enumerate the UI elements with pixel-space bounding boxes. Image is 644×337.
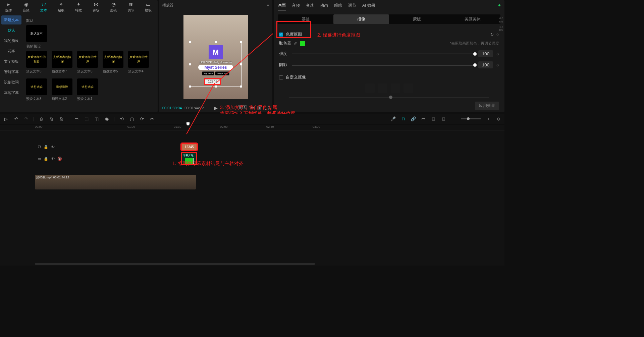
preset-item-0[interactable]: 真爱远离给的相爱预设文本8: [26, 51, 47, 74]
trim-tool[interactable]: ▭: [74, 116, 79, 121]
time-ruler[interactable]: 00:00 01:00 01:30 02:00 02:30 03:00: [0, 124, 504, 130]
tab-sticker[interactable]: ✧贴纸: [52, 1, 70, 13]
record-tool[interactable]: ◉: [104, 116, 109, 121]
keyframe-shadow[interactable]: ◇: [496, 63, 499, 67]
matte-opt-4[interactable]: [404, 83, 413, 93]
stab-beauty[interactable]: 美颜美体: [445, 14, 500, 24]
timeline-scrollbar[interactable]: [35, 263, 502, 265]
lock-icon[interactable]: 🔒: [44, 157, 48, 161]
magnet-tool[interactable]: ⊓: [400, 116, 406, 121]
zoom-in-tool[interactable]: +: [486, 116, 491, 121]
zoom-slider[interactable]: [461, 118, 481, 119]
matte-opt-3[interactable]: [391, 83, 400, 93]
split-left-tool[interactable]: ⎗: [49, 116, 54, 121]
zoom-out-tool[interactable]: −: [451, 116, 456, 121]
keyframe-strength[interactable]: ◇: [496, 52, 499, 56]
tab-adjust[interactable]: ≋调节: [122, 1, 140, 13]
mirror-tool[interactable]: ▢: [129, 116, 135, 121]
text-track[interactable]: TI 🔒 👁 12345: [35, 143, 504, 151]
color-swatch[interactable]: [300, 41, 305, 46]
total-time: 00:01:44:12: [184, 106, 204, 110]
tab-effect[interactable]: ✦特效: [70, 1, 87, 13]
eyedropper-icon[interactable]: ✐: [294, 41, 297, 46]
mute-icon[interactable]: 🔇: [57, 157, 62, 161]
shadow-slider[interactable]: [292, 65, 475, 65]
overlay-track[interactable]: ▭ 🔒 👁 🔇 绿幕片尾: [35, 152, 504, 165]
tab-media[interactable]: ▸媒体: [0, 1, 17, 13]
align-tool[interactable]: ⊟: [431, 116, 436, 121]
strength-input[interactable]: [478, 50, 493, 57]
eye-icon[interactable]: 👁: [51, 157, 55, 161]
preset-item-6[interactable]: 邊想邊說预设文本2: [52, 78, 72, 101]
preset-item-2[interactable]: 真爱远离的情深预设文本6: [77, 51, 98, 74]
apply-effect-button[interactable]: 应用效果: [475, 102, 499, 110]
player-menu-icon[interactable]: ≡: [267, 3, 269, 8]
preset-default-text[interactable]: 默认文本: [26, 25, 47, 42]
rtab-adjust[interactable]: 调节: [348, 3, 356, 10]
link-tool[interactable]: 🔗: [411, 116, 416, 121]
redo-tool[interactable]: ↷: [23, 116, 29, 121]
section-mypresets: 我的预设: [26, 44, 154, 49]
promo-overlay: M UNLOCK daily drama in Myst Series App …: [198, 45, 233, 75]
preview-tool[interactable]: ▭: [421, 116, 426, 121]
split-tool[interactable]: ⎙: [39, 116, 44, 121]
code-text[interactable]: 12345: [205, 79, 220, 84]
rotate-tool[interactable]: ⟳: [139, 116, 145, 121]
crop2-tool[interactable]: ✂: [149, 116, 155, 121]
rtab-speed[interactable]: 变速: [306, 3, 314, 10]
lock-icon[interactable]: 🔒: [44, 145, 48, 149]
rtab-track[interactable]: 跟踪: [334, 3, 342, 10]
tab-filter[interactable]: ◔滤镜: [105, 1, 122, 13]
perf-indicator: 0.0K/s 1.5K/s: [499, 17, 503, 32]
sidebar-default[interactable]: 默认: [1, 26, 21, 35]
stab-matte[interactable]: 抠像: [333, 14, 389, 24]
delete-tool[interactable]: ⬚: [84, 116, 89, 121]
matte-opt-2[interactable]: [378, 83, 387, 93]
tab-template[interactable]: ▭模板: [140, 1, 157, 13]
matte-opt-1[interactable]: [365, 83, 375, 93]
main-track[interactable]: ▭ 🔒 👁 🔇 封面 第03集.mp4 00:01:44:12: [35, 175, 504, 189]
preset-item-5[interactable]: 邊想邊說预设文本3: [26, 78, 47, 101]
pointer-tool[interactable]: ▷: [3, 116, 9, 121]
sidebar-text-template[interactable]: 文字模板: [1, 57, 21, 66]
rtab-audio[interactable]: 音频: [292, 3, 300, 10]
sidebar-local-caption[interactable]: 本地字幕: [1, 88, 21, 97]
strength-slider[interactable]: [292, 54, 475, 54]
sidebar-fancy-text[interactable]: 花字: [1, 47, 21, 56]
tab-transition[interactable]: ⋈转场: [87, 1, 105, 13]
transition-icon: ⋈: [94, 1, 99, 7]
split-right-tool[interactable]: ⎘: [59, 116, 64, 121]
stab-mask[interactable]: 蒙版: [389, 14, 445, 24]
keyframe-chroma[interactable]: ◇: [496, 33, 499, 36]
zoom-fit-tool[interactable]: ⊙: [496, 116, 501, 121]
preset-item-4[interactable]: 真爱远离的情深预设文本4: [128, 51, 149, 74]
sidebar-new-text[interactable]: 新建文本: [1, 15, 21, 24]
rtab-anim[interactable]: 动画: [320, 3, 328, 10]
play-button[interactable]: ▶: [214, 105, 218, 111]
preset-item-7[interactable]: 邊想邊說预设文本1: [77, 78, 98, 101]
eye-icon[interactable]: 👁: [51, 145, 55, 149]
text-clip[interactable]: 12345: [181, 143, 197, 151]
video-frame: M UNLOCK daily drama in Myst Series App …: [183, 15, 248, 99]
custom-matte-checkbox[interactable]: [279, 75, 283, 79]
shadow-input[interactable]: [478, 61, 493, 68]
tab-text[interactable]: TI文本: [35, 1, 52, 13]
player-viewport[interactable]: M UNLOCK daily drama in Myst Series App …: [159, 10, 272, 103]
marker-tool[interactable]: ⊡: [441, 116, 446, 121]
sidebar-my-presets[interactable]: 我的预设: [1, 36, 21, 45]
matte-thumbs: [279, 83, 499, 93]
rtab-picture[interactable]: 画面: [278, 3, 286, 10]
reset-icon[interactable]: ↻: [490, 32, 494, 37]
sidebar-smart-caption[interactable]: 智能字幕: [1, 67, 21, 76]
main-video-clip[interactable]: 第03集.mp4 00:01:44:12: [35, 175, 196, 189]
tab-audio[interactable]: ◉音频: [17, 1, 35, 13]
preset-item-1[interactable]: 真爱远离的情深预设文本7: [52, 51, 72, 74]
sidebar-lyrics[interactable]: 识别歌词: [1, 78, 21, 87]
reverse-tool[interactable]: ⟲: [119, 116, 124, 121]
crop-tool[interactable]: ◫: [94, 116, 99, 121]
mic-tool[interactable]: 🎤: [390, 116, 396, 121]
preset-item-3[interactable]: 真爱远离的情深预设文本5: [103, 51, 123, 74]
undo-tool[interactable]: ↶: [13, 116, 19, 121]
rtab-ai[interactable]: AI 效果: [362, 3, 375, 10]
playhead[interactable]: [188, 124, 188, 259]
